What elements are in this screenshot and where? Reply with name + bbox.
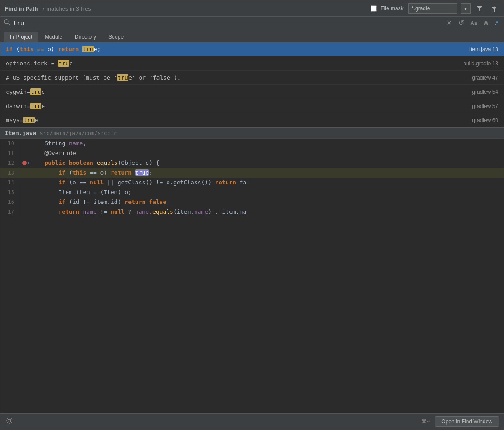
settings-icon: [6, 417, 13, 424]
line-gutter: [22, 197, 31, 207]
pin-icon: [490, 5, 497, 12]
code-line: 17 return name != null ? name.equals(ite…: [0, 207, 504, 217]
keyboard-shortcut: ⌘↵: [421, 418, 431, 425]
result-location: build.gradle 13: [463, 60, 498, 67]
line-gutter: [22, 207, 31, 217]
result-location: gradlew 54: [472, 89, 498, 95]
line-number: 17: [0, 207, 18, 217]
filter-icon: [476, 5, 483, 12]
override-icon: ↑: [28, 161, 30, 165]
line-number: 13: [0, 168, 18, 178]
line-number: 15: [0, 187, 18, 197]
result-code: msys=true: [6, 117, 467, 123]
line-gutter: [22, 187, 31, 197]
line-gutter: ↑: [22, 158, 31, 168]
line-number: 11: [0, 148, 18, 158]
result-location: gradlew 47: [472, 75, 498, 81]
result-code: cygwin=true: [6, 88, 467, 95]
code-preview[interactable]: 10 String name; 11 @Override 12 ↑ public…: [0, 139, 504, 413]
search-input[interactable]: [13, 20, 442, 27]
line-gutter: [22, 148, 31, 158]
line-number: 16: [0, 197, 18, 207]
result-row[interactable]: darwin=true gradlew 57: [0, 99, 504, 113]
filter-icon-btn[interactable]: [474, 4, 485, 13]
code-line: 13 if (this == o) return true;: [0, 168, 504, 178]
code-line: 14 if (o == null || getClass() != o.getC…: [0, 178, 504, 187]
line-content: if (this == o) return true;: [31, 168, 504, 178]
code-line: 10 String name;: [0, 139, 504, 148]
preview-header: Item.java src/main/java/com/srcclr: [0, 127, 504, 139]
line-number: 12: [0, 158, 18, 168]
result-code: darwin=true: [6, 103, 467, 109]
panel-title: Find in Path: [5, 5, 38, 12]
file-mask-checkbox[interactable]: [371, 5, 377, 12]
line-content: return name != null ? name.equals(item.n…: [31, 207, 504, 217]
regex-button[interactable]: .*: [493, 20, 500, 26]
result-row[interactable]: options.fork = true build.gradle 13: [0, 56, 504, 71]
result-row[interactable]: # OS specific support (must be 'true' or…: [0, 71, 504, 85]
search-bar: ✕ ↺ Aa W .*: [0, 17, 504, 29]
line-content: if (id != item.id) return false;: [31, 197, 504, 207]
header-bar: Find in Path 7 matches in 3 files File m…: [0, 0, 504, 17]
svg-line-2: [8, 23, 10, 25]
tab-in-project[interactable]: In Project: [4, 32, 38, 42]
svg-marker-0: [476, 6, 483, 11]
footer: ⌘↵ Open in Find Window: [0, 413, 504, 430]
code-line: 16 if (id != item.id) return false;: [0, 197, 504, 207]
line-content: if (o == null || getClass() != o.getClas…: [31, 178, 504, 187]
line-content: String name;: [31, 139, 504, 148]
tab-directory[interactable]: Directory: [69, 32, 102, 42]
code-line: 12 ↑ public boolean equals(Object o) {: [0, 158, 504, 168]
find-in-path-panel: Find in Path 7 matches in 3 files File m…: [0, 0, 504, 430]
line-gutter: [22, 168, 31, 178]
match-count: 7 matches in 3 files: [41, 5, 91, 12]
settings-button[interactable]: [5, 416, 14, 427]
result-code: # OS specific support (must be 'true' or…: [6, 74, 467, 81]
tab-scope[interactable]: Scope: [103, 32, 129, 42]
line-gutter: [22, 178, 31, 187]
line-number: 14: [0, 178, 18, 187]
result-row[interactable]: msys=true gradlew 60: [0, 113, 504, 127]
result-code: if (this == o) return true;: [6, 46, 464, 52]
result-row[interactable]: cygwin=true gradlew 54: [0, 85, 504, 99]
svg-point-1: [4, 20, 8, 24]
results-list[interactable]: if (this == o) return true; Item.java 13…: [0, 42, 504, 127]
result-location: gradlew 60: [472, 117, 498, 123]
open-in-find-window-button[interactable]: Open in Find Window: [435, 416, 499, 427]
file-mask-dropdown[interactable]: ▾: [461, 3, 471, 14]
result-location: Item.java 13: [469, 46, 498, 52]
result-location: gradlew 57: [472, 103, 498, 109]
line-gutter: [22, 139, 31, 148]
line-content: public boolean equals(Object o) {: [31, 158, 504, 168]
preview-filename: Item.java: [5, 130, 36, 136]
line-content: @Override: [31, 148, 504, 158]
search-history-button[interactable]: ↺: [456, 19, 466, 27]
scope-tabs: In Project Module Directory Scope: [0, 29, 504, 42]
file-mask-label: File mask:: [380, 5, 405, 12]
svg-point-3: [8, 419, 11, 422]
match-case-button[interactable]: Aa: [468, 20, 479, 26]
line-content: Item item = (Item) o;: [31, 187, 504, 197]
tab-module[interactable]: Module: [39, 32, 68, 42]
line-number: 10: [0, 139, 18, 148]
code-line: 15 Item item = (Item) o;: [0, 187, 504, 197]
result-row[interactable]: if (this == o) return true; Item.java 13: [0, 42, 504, 56]
code-line: 11 @Override: [0, 148, 504, 158]
pin-icon-btn[interactable]: [488, 4, 499, 13]
result-code: options.fork = true: [6, 60, 458, 67]
whole-word-button[interactable]: W: [482, 20, 490, 26]
search-icon: [4, 19, 10, 27]
file-mask-input[interactable]: [408, 3, 457, 14]
breakpoint-icon: [22, 161, 27, 165]
clear-search-button[interactable]: ✕: [444, 19, 454, 27]
preview-path: src/main/java/com/srcclr: [40, 130, 116, 136]
